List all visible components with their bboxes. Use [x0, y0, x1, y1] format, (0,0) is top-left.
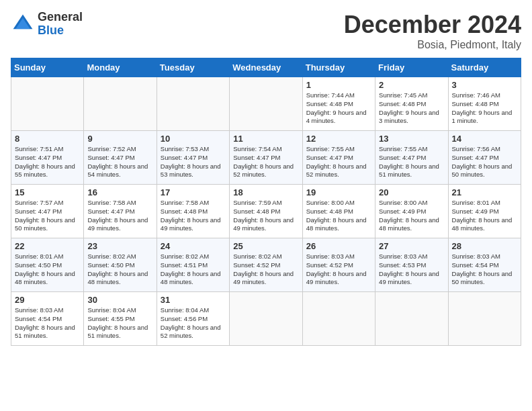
day-of-week-header: Monday	[84, 58, 157, 77]
calendar-day-cell	[11, 77, 84, 131]
day-number: 23	[87, 241, 152, 251]
day-info: Sunrise: 8:04 AMSunset: 4:55 PMDaylight:…	[87, 306, 152, 340]
day-info: Sunrise: 8:01 AMSunset: 4:49 PMDaylight:…	[452, 199, 517, 233]
day-number: 8	[15, 134, 80, 144]
calendar-day-cell: 21Sunrise: 8:01 AMSunset: 4:49 PMDayligh…	[448, 185, 521, 238]
day-number: 24	[161, 241, 226, 251]
day-number: 22	[15, 241, 80, 251]
calendar-day-cell: 9Sunrise: 7:52 AMSunset: 4:47 PMDaylight…	[84, 131, 157, 185]
day-info: Sunrise: 7:58 AMSunset: 4:48 PMDaylight:…	[161, 199, 226, 233]
day-number: 16	[87, 187, 152, 197]
page-header: General Blue December 2024 Bosia, Piedmo…	[11, 11, 521, 51]
day-info: Sunrise: 7:55 AMSunset: 4:47 PMDaylight:…	[306, 145, 371, 179]
day-info: Sunrise: 7:59 AMSunset: 4:48 PMDaylight:…	[233, 199, 298, 233]
day-info: Sunrise: 8:00 AMSunset: 4:48 PMDaylight:…	[306, 199, 371, 233]
day-number: 26	[306, 241, 371, 251]
calendar-day-cell: 20Sunrise: 8:00 AMSunset: 4:49 PMDayligh…	[375, 185, 448, 238]
calendar-day-cell: 12Sunrise: 7:55 AMSunset: 4:47 PMDayligh…	[302, 131, 375, 185]
day-info: Sunrise: 8:03 AMSunset: 4:54 PMDaylight:…	[15, 306, 80, 340]
day-info: Sunrise: 7:53 AMSunset: 4:47 PMDaylight:…	[161, 145, 226, 179]
calendar-week-row: 8Sunrise: 7:51 AMSunset: 4:47 PMDaylight…	[11, 131, 521, 185]
logo: General Blue	[11, 11, 83, 38]
day-info: Sunrise: 8:02 AMSunset: 4:52 PMDaylight:…	[233, 253, 298, 287]
calendar-day-cell	[230, 292, 302, 346]
day-number: 10	[161, 134, 226, 144]
calendar-day-cell: 1Sunrise: 7:44 AMSunset: 4:48 PMDaylight…	[302, 77, 375, 131]
day-of-week-header: Tuesday	[157, 58, 229, 77]
day-of-week-header: Sunday	[11, 58, 84, 77]
calendar-day-cell: 27Sunrise: 8:03 AMSunset: 4:53 PMDayligh…	[375, 238, 448, 292]
calendar-week-row: 15Sunrise: 7:57 AMSunset: 4:47 PMDayligh…	[11, 185, 521, 238]
calendar-day-cell: 2Sunrise: 7:45 AMSunset: 4:48 PMDaylight…	[375, 77, 448, 131]
calendar-day-cell: 30Sunrise: 8:04 AMSunset: 4:55 PMDayligh…	[84, 292, 157, 346]
logo-text: General Blue	[38, 11, 83, 38]
day-number: 19	[306, 187, 371, 197]
calendar-week-row: 22Sunrise: 8:01 AMSunset: 4:50 PMDayligh…	[11, 238, 521, 292]
calendar-day-cell: 22Sunrise: 8:01 AMSunset: 4:50 PMDayligh…	[11, 238, 84, 292]
calendar-day-cell	[157, 77, 229, 131]
calendar-day-cell: 31Sunrise: 8:04 AMSunset: 4:56 PMDayligh…	[157, 292, 229, 346]
day-info: Sunrise: 8:04 AMSunset: 4:56 PMDaylight:…	[161, 306, 226, 340]
day-info: Sunrise: 7:44 AMSunset: 4:48 PMDaylight:…	[306, 91, 371, 126]
day-number: 28	[452, 241, 517, 251]
calendar-day-cell	[230, 77, 302, 131]
day-number: 15	[15, 187, 80, 197]
day-info: Sunrise: 7:57 AMSunset: 4:47 PMDaylight:…	[15, 199, 80, 233]
calendar-day-cell: 28Sunrise: 8:03 AMSunset: 4:54 PMDayligh…	[448, 238, 521, 292]
calendar-day-cell: 23Sunrise: 8:02 AMSunset: 4:50 PMDayligh…	[84, 238, 157, 292]
calendar-day-cell	[448, 292, 521, 346]
day-number: 25	[233, 241, 298, 251]
calendar-day-cell: 18Sunrise: 7:59 AMSunset: 4:48 PMDayligh…	[230, 185, 302, 238]
calendar-day-cell: 16Sunrise: 7:58 AMSunset: 4:47 PMDayligh…	[84, 185, 157, 238]
calendar-day-cell: 10Sunrise: 7:53 AMSunset: 4:47 PMDayligh…	[157, 131, 229, 185]
day-number: 27	[379, 241, 444, 251]
day-info: Sunrise: 7:52 AMSunset: 4:47 PMDaylight:…	[87, 145, 152, 179]
calendar-day-cell: 29Sunrise: 8:03 AMSunset: 4:54 PMDayligh…	[11, 292, 84, 346]
day-number: 31	[161, 295, 226, 305]
calendar-day-cell	[84, 77, 157, 131]
day-number: 13	[379, 134, 444, 144]
calendar-day-cell: 26Sunrise: 8:03 AMSunset: 4:52 PMDayligh…	[302, 238, 375, 292]
day-number: 21	[452, 187, 517, 197]
logo-icon	[11, 12, 35, 36]
day-info: Sunrise: 8:02 AMSunset: 4:51 PMDaylight:…	[161, 253, 226, 287]
day-info: Sunrise: 8:00 AMSunset: 4:49 PMDaylight:…	[379, 199, 444, 233]
day-number: 1	[306, 80, 371, 90]
calendar-day-cell	[375, 292, 448, 346]
calendar-day-cell: 17Sunrise: 7:58 AMSunset: 4:48 PMDayligh…	[157, 185, 229, 238]
calendar-day-cell: 8Sunrise: 7:51 AMSunset: 4:47 PMDaylight…	[11, 131, 84, 185]
day-number: 2	[379, 80, 444, 90]
calendar-day-cell: 15Sunrise: 7:57 AMSunset: 4:47 PMDayligh…	[11, 185, 84, 238]
calendar-week-row: 29Sunrise: 8:03 AMSunset: 4:54 PMDayligh…	[11, 292, 521, 346]
day-of-week-header: Friday	[375, 58, 448, 77]
title-section: December 2024 Bosia, Piedmont, Italy	[344, 11, 521, 51]
day-info: Sunrise: 7:51 AMSunset: 4:47 PMDaylight:…	[15, 145, 80, 179]
day-of-week-header: Wednesday	[230, 58, 302, 77]
day-number: 18	[233, 187, 298, 197]
calendar-week-row: 1Sunrise: 7:44 AMSunset: 4:48 PMDaylight…	[11, 77, 521, 131]
day-number: 20	[379, 187, 444, 197]
calendar-day-cell: 13Sunrise: 7:55 AMSunset: 4:47 PMDayligh…	[375, 131, 448, 185]
calendar-day-cell: 19Sunrise: 8:00 AMSunset: 4:48 PMDayligh…	[302, 185, 375, 238]
day-of-week-header: Saturday	[448, 58, 521, 77]
day-number: 11	[233, 134, 298, 144]
calendar-day-cell: 3Sunrise: 7:46 AMSunset: 4:48 PMDaylight…	[448, 77, 521, 131]
day-number: 12	[306, 134, 371, 144]
logo-general: General	[38, 11, 83, 24]
calendar-day-cell: 25Sunrise: 8:02 AMSunset: 4:52 PMDayligh…	[230, 238, 302, 292]
day-number: 17	[161, 187, 226, 197]
day-info: Sunrise: 8:01 AMSunset: 4:50 PMDaylight:…	[15, 253, 80, 287]
day-info: Sunrise: 7:54 AMSunset: 4:47 PMDaylight:…	[233, 145, 298, 179]
calendar-day-cell: 14Sunrise: 7:56 AMSunset: 4:47 PMDayligh…	[448, 131, 521, 185]
day-info: Sunrise: 8:02 AMSunset: 4:50 PMDaylight:…	[87, 253, 152, 287]
location-title: Bosia, Piedmont, Italy	[344, 39, 521, 51]
day-number: 30	[87, 295, 152, 305]
day-info: Sunrise: 8:03 AMSunset: 4:54 PMDaylight:…	[452, 253, 517, 287]
calendar-table: SundayMondayTuesdayWednesdayThursdayFrid…	[11, 58, 521, 346]
day-info: Sunrise: 8:03 AMSunset: 4:52 PMDaylight:…	[306, 253, 371, 287]
day-info: Sunrise: 7:58 AMSunset: 4:47 PMDaylight:…	[87, 199, 152, 233]
day-number: 9	[87, 134, 152, 144]
calendar-header-row: SundayMondayTuesdayWednesdayThursdayFrid…	[11, 58, 521, 77]
day-number: 3	[452, 80, 517, 90]
day-info: Sunrise: 8:03 AMSunset: 4:53 PMDaylight:…	[379, 253, 444, 287]
